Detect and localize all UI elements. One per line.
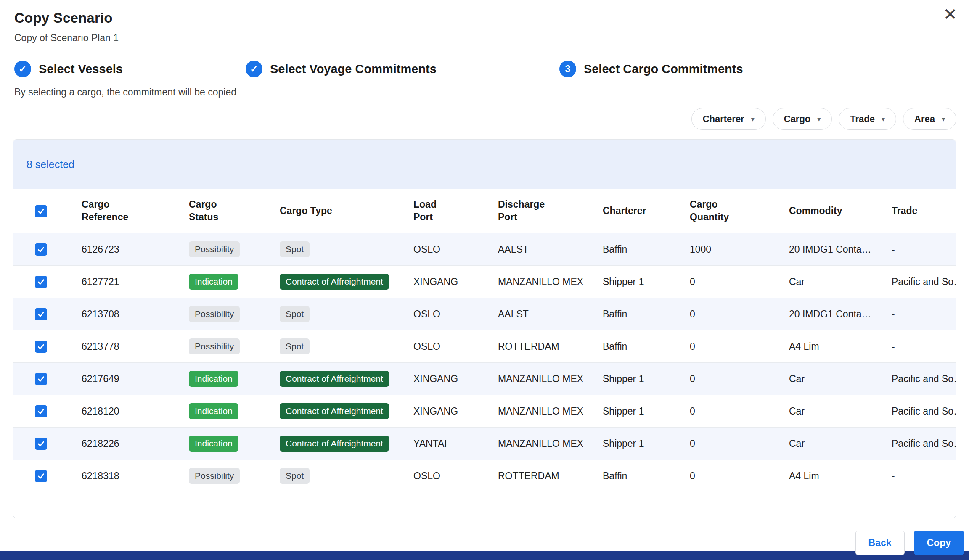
stepper-connector bbox=[446, 69, 550, 69]
cargo-type-badge: Spot bbox=[280, 241, 310, 257]
filter-bar: Charterer ▾ Cargo ▾ Trade ▾ Area ▾ bbox=[0, 108, 969, 130]
step-select-voyage-commitments[interactable]: ✓ Select Voyage Commitments bbox=[246, 61, 437, 77]
cargo-commitments-table: 8 selected Cargo ReferenceCargo StatusCa… bbox=[13, 139, 956, 518]
cell-cargo-type: Contract of Affreightment bbox=[280, 363, 413, 395]
table-row[interactable]: 6217649IndicationContract of Affreightme… bbox=[13, 363, 956, 395]
cell-discharge-port: MANZANILLO MEX bbox=[498, 395, 603, 428]
cell-trade: - bbox=[892, 233, 956, 266]
cell-cargo-quantity: 0 bbox=[690, 428, 789, 460]
dialog-subtitle: Copy of Scenario Plan 1 bbox=[14, 32, 955, 44]
cell-cargo-reference: 6126723 bbox=[82, 233, 189, 266]
step-completed-check-icon: ✓ bbox=[246, 61, 262, 77]
cell-cargo-type: Spot bbox=[280, 233, 413, 266]
cell-cargo-quantity: 0 bbox=[690, 460, 789, 492]
row-checkbox[interactable] bbox=[35, 243, 47, 256]
selected-count-bar: 8 selected bbox=[13, 140, 956, 189]
cell-cargo-status: Possibility bbox=[189, 460, 280, 492]
cell-trade: - bbox=[892, 330, 956, 363]
table-row[interactable]: 6218318PossibilitySpotOSLOROTTERDAMBaffi… bbox=[13, 460, 956, 492]
filter-area-dropdown[interactable]: Area ▾ bbox=[903, 108, 956, 130]
cargo-type-badge: Spot bbox=[280, 306, 310, 322]
cell-checkbox bbox=[13, 460, 82, 492]
cell-checkbox bbox=[13, 233, 82, 266]
column-header: Charterer bbox=[603, 189, 690, 233]
cell-commodity: 20 IMDG1 Conta… bbox=[789, 233, 892, 266]
cell-cargo-type: Spot bbox=[280, 330, 413, 363]
cargo-status-badge: Possibility bbox=[189, 241, 240, 257]
cell-checkbox bbox=[13, 428, 82, 460]
step-label: Select Voyage Commitments bbox=[270, 62, 437, 76]
cargo-type-badge: Spot bbox=[280, 338, 310, 354]
cell-discharge-port: AALST bbox=[498, 233, 603, 266]
step-label: Select Vessels bbox=[39, 62, 123, 76]
column-header: Cargo Quantity bbox=[690, 189, 789, 233]
cell-cargo-quantity: 0 bbox=[690, 266, 789, 298]
filter-charterer-dropdown[interactable]: Charterer ▾ bbox=[691, 108, 766, 130]
table-row[interactable]: 6127721IndicationContract of Affreightme… bbox=[13, 266, 956, 298]
cell-discharge-port: ROTTERDAM bbox=[498, 330, 603, 363]
cell-charterer: Shipper 1 bbox=[603, 428, 690, 460]
cell-cargo-quantity: 1000 bbox=[690, 233, 789, 266]
copy-button[interactable]: Copy bbox=[914, 531, 964, 555]
filter-cargo-dropdown[interactable]: Cargo ▾ bbox=[773, 108, 832, 130]
cell-cargo-status: Possibility bbox=[189, 330, 280, 363]
cell-load-port: OSLO bbox=[413, 330, 498, 363]
cell-load-port: XINGANG bbox=[413, 266, 498, 298]
row-checkbox[interactable] bbox=[35, 276, 47, 288]
table-row[interactable]: 6126723PossibilitySpotOSLOAALSTBaffin100… bbox=[13, 233, 956, 266]
cell-cargo-type: Contract of Affreightment bbox=[280, 266, 413, 298]
step-select-vessels[interactable]: ✓ Select Vessels bbox=[14, 61, 123, 77]
close-icon[interactable]: ✕ bbox=[943, 6, 957, 23]
row-checkbox[interactable] bbox=[35, 405, 47, 417]
cargo-type-badge: Spot bbox=[280, 468, 310, 484]
cell-cargo-reference: 6217649 bbox=[82, 363, 189, 395]
cell-charterer: Baffin bbox=[603, 298, 690, 330]
row-checkbox[interactable] bbox=[35, 438, 47, 450]
cell-load-port: OSLO bbox=[413, 298, 498, 330]
table-row[interactable]: 6213708PossibilitySpotOSLOAALSTBaffin020… bbox=[13, 298, 956, 330]
cell-checkbox bbox=[13, 395, 82, 428]
row-checkbox[interactable] bbox=[35, 341, 47, 353]
row-checkbox[interactable] bbox=[35, 308, 47, 320]
select-all-checkbox[interactable] bbox=[35, 205, 47, 217]
column-header: Cargo Status bbox=[189, 189, 280, 233]
column-header: Trade bbox=[892, 189, 956, 233]
stepper: ✓ Select Vessels ✓ Select Voyage Commitm… bbox=[0, 61, 969, 77]
filter-label: Cargo bbox=[784, 114, 811, 124]
select-all-cell bbox=[13, 189, 82, 233]
chevron-down-icon: ▾ bbox=[751, 115, 755, 123]
step-number-indicator: 3 bbox=[559, 61, 576, 77]
filter-trade-dropdown[interactable]: Trade ▾ bbox=[839, 108, 896, 130]
cell-cargo-type: Contract of Affreightment bbox=[280, 428, 413, 460]
cell-cargo-quantity: 0 bbox=[690, 363, 789, 395]
step-select-cargo-commitments[interactable]: 3 Select Cargo Commitments bbox=[559, 61, 743, 77]
cell-load-port: XINGANG bbox=[413, 395, 498, 428]
cell-trade: Pacific and So… bbox=[892, 266, 956, 298]
row-checkbox[interactable] bbox=[35, 373, 47, 385]
cell-cargo-status: Indication bbox=[189, 428, 280, 460]
column-header: Commodity bbox=[789, 189, 892, 233]
row-checkbox[interactable] bbox=[35, 470, 47, 482]
cell-load-port: OSLO bbox=[413, 460, 498, 492]
cell-trade: Pacific and So… bbox=[892, 363, 956, 395]
back-button[interactable]: Back bbox=[855, 531, 905, 555]
cell-commodity: 20 IMDG1 Conta… bbox=[789, 298, 892, 330]
cell-commodity: Car bbox=[789, 428, 892, 460]
column-header: Cargo Reference bbox=[82, 189, 189, 233]
cargo-status-badge: Indication bbox=[189, 371, 238, 387]
table-row[interactable]: 6213778PossibilitySpotOSLOROTTERDAMBaffi… bbox=[13, 330, 956, 363]
cell-cargo-reference: 6127721 bbox=[82, 266, 189, 298]
cell-cargo-type: Contract of Affreightment bbox=[280, 395, 413, 428]
chevron-down-icon: ▾ bbox=[942, 115, 945, 123]
filter-label: Trade bbox=[850, 114, 875, 124]
cell-cargo-status: Possibility bbox=[189, 298, 280, 330]
cell-commodity: Car bbox=[789, 363, 892, 395]
table-row[interactable]: 6218226IndicationContract of Affreightme… bbox=[13, 428, 956, 460]
cell-commodity: A4 Lim bbox=[789, 330, 892, 363]
cell-cargo-reference: 6213708 bbox=[82, 298, 189, 330]
footer-actions: Back Copy bbox=[855, 531, 964, 555]
table-row[interactable]: 6218120IndicationContract of Affreightme… bbox=[13, 395, 956, 428]
cell-checkbox bbox=[13, 298, 82, 330]
cell-checkbox bbox=[13, 266, 82, 298]
cargo-status-badge: Possibility bbox=[189, 338, 240, 354]
